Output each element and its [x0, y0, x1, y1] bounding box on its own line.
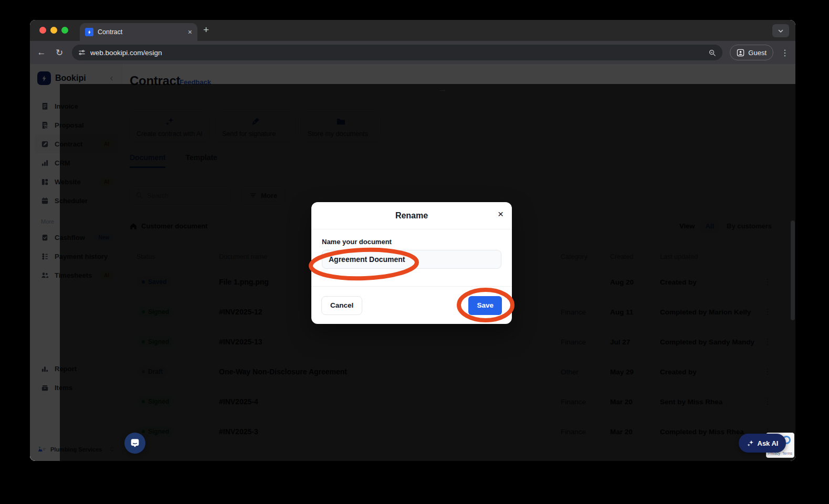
url-bar[interactable]: web.bookipi.com/esign	[72, 45, 722, 60]
browser-menu-icon[interactable]: ⋮	[781, 48, 789, 58]
document-name-label: Name your document	[322, 238, 501, 246]
bookipi-favicon-icon	[85, 28, 93, 36]
close-window-button[interactable]	[39, 27, 46, 34]
back-icon[interactable]: ←	[36, 47, 47, 58]
tab-close-icon[interactable]: ×	[188, 28, 192, 36]
window-controls	[39, 27, 68, 34]
url-text: web.bookipi.com/esign	[90, 49, 704, 57]
tab-title: Contract	[98, 28, 184, 36]
minimize-window-button[interactable]	[50, 27, 57, 34]
scrollbar-thumb[interactable]	[791, 220, 795, 320]
modal-title: Rename	[395, 211, 428, 220]
recaptcha-terms-link[interactable]: Terms	[782, 452, 792, 455]
sparkles-icon	[747, 439, 754, 447]
close-icon[interactable]: ×	[498, 209, 503, 219]
new-tab-button[interactable]: +	[203, 24, 209, 36]
browser-tab-strip: Contract × +	[30, 20, 795, 41]
document-name-input[interactable]	[322, 250, 501, 269]
site-settings-icon[interactable]	[78, 49, 86, 56]
browser-tab[interactable]: Contract ×	[80, 23, 197, 41]
rename-modal: Rename × Name your document Cancel Save	[311, 202, 512, 324]
messenger-icon	[129, 437, 141, 449]
save-button[interactable]: Save	[468, 296, 502, 315]
browser-toolbar: ← → ↻ web.bookipi.com/esign Guest ⋮	[30, 41, 795, 64]
ask-ai-button[interactable]: Ask AI	[739, 434, 786, 453]
chevron-down-icon[interactable]	[772, 24, 789, 37]
ask-ai-label: Ask AI	[758, 439, 779, 447]
maximize-window-button[interactable]	[61, 27, 68, 34]
chat-launcher-button[interactable]	[124, 433, 145, 454]
avatar-icon	[737, 49, 744, 57]
zoom-search-icon[interactable]	[708, 49, 716, 57]
cancel-button[interactable]: Cancel	[321, 296, 362, 315]
profile-chip[interactable]: Guest	[730, 45, 773, 60]
profile-label: Guest	[748, 49, 767, 57]
reload-icon[interactable]: ↻	[54, 47, 65, 58]
